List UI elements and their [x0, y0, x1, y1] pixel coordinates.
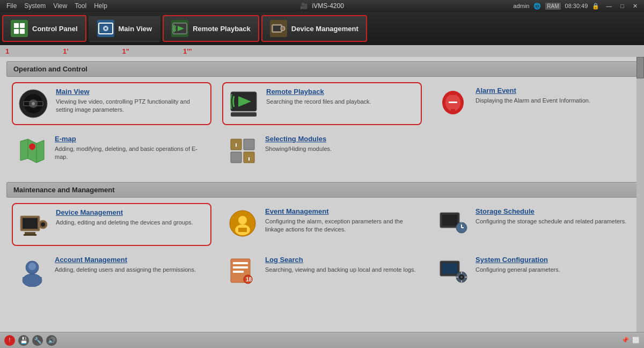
menu-view[interactable]: View: [51, 2, 69, 10]
main-view-btn[interactable]: Main View: [89, 15, 161, 42]
system-configuration-card[interactable]: System Configuration Configuring general…: [433, 251, 632, 292]
remote-playback-label: Remote Playback: [193, 25, 251, 33]
svg-rect-41: [24, 234, 36, 236]
event-management-card-title[interactable]: Event Management: [265, 207, 418, 215]
label-1-triple-prime: 1''': [183, 47, 192, 55]
selecting-modules-card-text: Selecting Modules Showing/Hiding modules…: [265, 135, 418, 153]
toolbar: Control Panel Main View Remote Playback: [0, 12, 644, 45]
minimize-btn[interactable]: —: [604, 3, 614, 9]
main-view-card-title[interactable]: Main View: [56, 88, 206, 96]
scrollbar[interactable]: [636, 57, 644, 332]
svg-point-66: [460, 276, 463, 278]
remote-playback-card-title[interactable]: Remote Playback: [266, 88, 416, 96]
alarm-event-card-desc: Displaying the Alarm and Event Informati…: [475, 97, 628, 105]
svg-rect-37: [23, 218, 38, 229]
svg-rect-58: [233, 266, 248, 269]
menu-file[interactable]: File: [4, 2, 19, 10]
storage-schedule-card-icon: [437, 207, 469, 240]
remote-playback-btn[interactable]: Remote Playback: [163, 15, 259, 42]
label-1-prime: 1': [63, 47, 68, 55]
status-bar: ! 💾 🔧 🔊 📌 ⬜: [0, 332, 644, 348]
svg-rect-10: [273, 26, 281, 31]
account-management-card[interactable]: Account Management Adding, deleting user…: [12, 251, 211, 292]
event-management-card-text: Event Management Configuring the alarm, …: [265, 207, 418, 234]
device-management-card-icon: [17, 208, 49, 241]
maintenance-management-grid: Device Management Adding, editing and de…: [6, 203, 638, 292]
remote-playback-card[interactable]: Remote Playback Searching the record fil…: [222, 82, 422, 125]
svg-rect-31: [244, 139, 254, 150]
svg-rect-19: [231, 112, 257, 117]
e-map-card[interactable]: E-map Adding, modifying, deleting, and b…: [12, 130, 211, 171]
selecting-modules-card-desc: Showing/Hiding modules.: [265, 145, 418, 153]
device-management-card-title[interactable]: Device Management: [56, 208, 206, 216]
close-btn[interactable]: ✕: [631, 3, 640, 10]
maximize-btn[interactable]: □: [618, 3, 626, 9]
main-view-card-desc: Viewing live video, controlling PTZ func…: [56, 98, 206, 114]
device-management-btn[interactable]: Device Management: [261, 15, 367, 42]
storage-schedule-card[interactable]: Storage Schedule Configuring the storage…: [433, 203, 632, 246]
event-management-card-icon: [226, 207, 259, 240]
svg-point-6: [105, 27, 107, 30]
control-panel-btn[interactable]: Control Panel: [2, 15, 86, 42]
main-view-label: Main View: [119, 25, 152, 33]
selecting-modules-card[interactable]: Selecting Modules Showing/Hiding modules…: [222, 130, 422, 171]
label-row: 1 1' 1" 1''': [0, 45, 644, 57]
svg-rect-22: [451, 93, 455, 95]
device-management-icon: [270, 20, 287, 37]
main-view-card-text: Main View Viewing live video, controllin…: [56, 88, 206, 114]
status-bar-left: ! 💾 🔧 🔊: [4, 335, 57, 346]
main-view-card-icon: [17, 88, 49, 120]
label-1-double-prime: 1": [122, 47, 129, 55]
svg-rect-32: [231, 152, 241, 163]
svg-rect-45: [238, 228, 247, 232]
e-map-card-title[interactable]: E-map: [55, 135, 207, 143]
operation-control-header: Operation and Control: [6, 61, 638, 77]
app-title: 🎥 iVMS-4200: [300, 2, 344, 10]
lock-icon: 🔒: [592, 3, 599, 10]
alarm-event-card-icon: [437, 86, 469, 119]
e-map-card-icon: [16, 135, 48, 167]
svg-point-43: [238, 216, 247, 224]
title-bar-right: admin 🌐 RAM 08:30:49 🔒 — □ ✕: [513, 3, 640, 10]
user-label: admin: [513, 3, 529, 9]
e-map-card-desc: Adding, modifying, deleting, and basic o…: [55, 145, 207, 162]
svg-rect-2: [14, 29, 19, 34]
svg-text:18: 18: [246, 277, 252, 282]
main-view-card[interactable]: Main View Viewing live video, controllin…: [12, 82, 211, 125]
alarm-event-card-text: Alarm Event Displaying the Alarm and Eve…: [475, 86, 628, 105]
scrollbar-thumb[interactable]: [636, 57, 644, 78]
event-management-card[interactable]: Event Management Configuring the alarm, …: [222, 203, 422, 246]
control-panel-label: Control Panel: [32, 25, 78, 33]
restore-icon[interactable]: ⬜: [632, 337, 640, 344]
pin-icon[interactable]: 📌: [621, 337, 629, 344]
log-search-card-title[interactable]: Log Search: [265, 256, 418, 264]
account-management-card-title[interactable]: Account Management: [55, 256, 207, 264]
menu-help[interactable]: Help: [92, 2, 109, 10]
operation-control-grid: Main View Viewing live video, controllin…: [6, 82, 638, 171]
disk-status-icon: 💾: [18, 335, 29, 346]
system-configuration-card-title[interactable]: System Configuration: [475, 256, 628, 264]
clock: 08:30:49: [565, 3, 588, 9]
system-configuration-card-desc: Configuring general parameters.: [475, 266, 628, 274]
svg-point-15: [32, 102, 35, 105]
remote-playback-card-text: Remote Playback Searching the record fil…: [266, 88, 416, 106]
svg-rect-59: [233, 271, 244, 273]
alarm-event-card[interactable]: Alarm Event Displaying the Alarm and Eve…: [433, 82, 632, 125]
selecting-modules-card-icon: [226, 135, 259, 167]
system-configuration-card-icon: [437, 256, 469, 288]
log-search-card-text: Log Search Searching, viewing and backin…: [265, 256, 418, 274]
device-management-card[interactable]: Device Management Adding, editing and de…: [12, 203, 211, 246]
svg-point-39: [41, 222, 45, 227]
alarm-event-card-title[interactable]: Alarm Event: [475, 86, 628, 95]
control-panel-icon: [11, 20, 28, 37]
maintenance-management-header: Maintenance and Management: [6, 182, 638, 198]
audio-status-icon: 🔊: [46, 335, 57, 346]
selecting-modules-card-title[interactable]: Selecting Modules: [265, 135, 418, 143]
storage-schedule-card-text: Storage Schedule Configuring the storage…: [475, 207, 628, 226]
svg-point-11: [281, 26, 285, 31]
log-search-card[interactable]: 18 Log Search Searching, viewing and bac…: [222, 251, 422, 292]
menu-system[interactable]: System: [22, 2, 48, 10]
menu-tool[interactable]: Tool: [72, 2, 89, 10]
storage-schedule-card-title[interactable]: Storage Schedule: [475, 207, 628, 215]
svg-point-53: [28, 263, 36, 270]
